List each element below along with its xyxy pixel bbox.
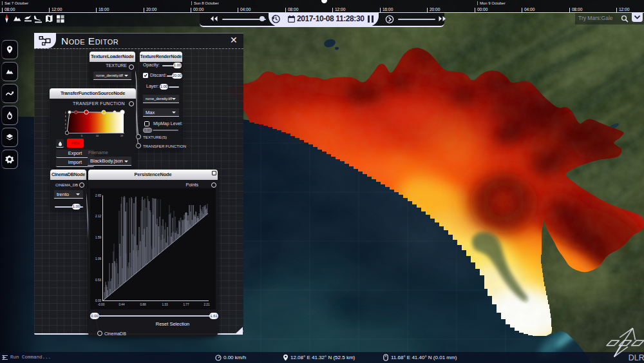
svg-text:0.2: 0.2	[65, 127, 66, 130]
svg-text:2.21: 2.21	[204, 303, 210, 306]
svg-text:0.8: 0.8	[65, 115, 66, 118]
svg-text:1.06: 1.06	[95, 257, 101, 260]
svg-text:1.33: 1.33	[162, 303, 168, 306]
svg-text:1.0: 1.0	[65, 112, 66, 114]
svg-text:0.88: 0.88	[140, 303, 146, 306]
svg-text:10: 10	[96, 135, 99, 137]
svg-text:2.12: 2.12	[95, 215, 101, 218]
svg-text:2.65: 2.65	[95, 194, 101, 197]
svg-text:0.00: 0.00	[95, 299, 101, 302]
svg-text:19: 19	[120, 135, 123, 137]
svg-text:0.53: 0.53	[95, 279, 101, 282]
svg-text:0.44: 0.44	[119, 303, 125, 306]
svg-text:-0.00: -0.00	[98, 303, 105, 306]
svg-text:0.6: 0.6	[65, 119, 66, 122]
svg-text:1.59: 1.59	[95, 236, 101, 239]
svg-text:0.4: 0.4	[65, 123, 66, 126]
svg-text:1.77: 1.77	[184, 303, 189, 306]
svg-text:DLR: DLR	[629, 353, 644, 362]
svg-text:5: 5	[81, 135, 82, 137]
